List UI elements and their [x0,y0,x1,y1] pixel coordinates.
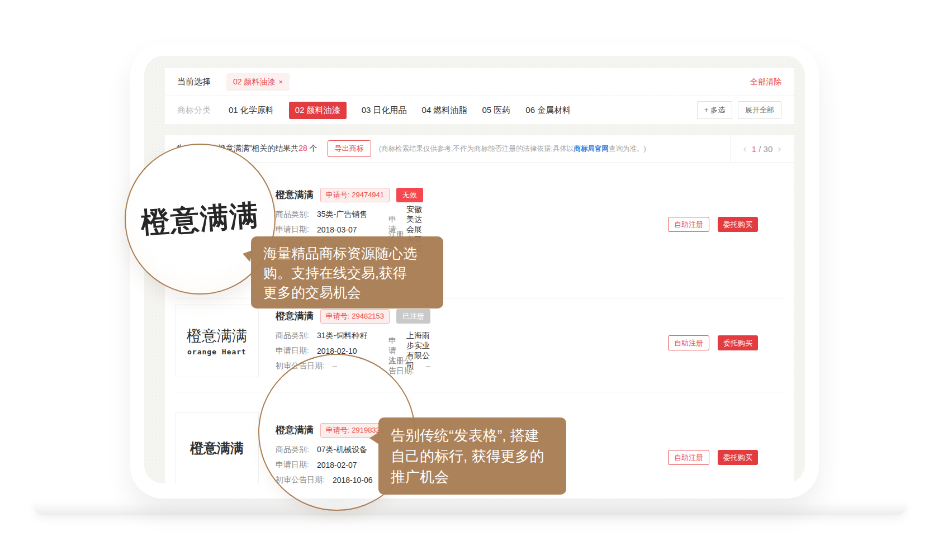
tab-category-05[interactable]: 05 医药 [482,105,510,116]
field-label: 商品类别: [276,331,309,341]
current-page: 1 [752,144,756,154]
result-actions-1: 自助注册 委托购买 [668,217,758,232]
result-row-2: 橙意满满 orange Heart 橙意满满 申请号: 29482153 已注册… [165,298,794,392]
trademark-mark-subtext: orange Heart [187,348,247,356]
field-label: 申请日期: [276,346,309,356]
field-value: 2018-03-07 [317,225,357,234]
result-title: 橙意满满 [276,188,314,201]
field-label: 注册公告日期: [388,356,418,376]
results-header: 为您检索到“橙意满满”相关的结果共28 个 导出商标 (商标检索结果仅供参考,不… [165,135,794,163]
prev-page-icon[interactable]: ‹ [743,144,747,154]
disclaimer-text-tail: 查询为准。) [609,145,646,153]
remove-filter-icon[interactable]: × [278,78,283,86]
trademark-mark-text: 橙意满满 [187,326,247,346]
self-register-button[interactable]: 自助注册 [668,450,709,465]
tooltip-line: 推广机会 [391,467,554,487]
category-row: 商标分类 01 化学原料 02 颜料油漆 03 日化用品 04 燃料油脂 05 … [165,96,794,124]
category-tabs: 01 化学原料 02 颜料油漆 03 日化用品 04 燃料油脂 05 医药 06… [229,102,571,119]
self-register-button[interactable]: 自助注册 [668,217,709,232]
magnified-mark-text: 橙意满满 [140,196,260,243]
expand-all-button[interactable]: 展开全部 [738,101,781,119]
tab-category-06[interactable]: 06 金属材料 [525,105,571,116]
field-value: – [426,362,430,371]
trademark-mark-text: 橙意满满 [190,439,244,457]
tab-category-02-selected[interactable]: 02 颜料油漆 [289,102,347,119]
selected-filter-chip-label: 02 颜料油漆 [233,77,275,87]
results-disclaimer: (商标检索结果仅供参考,不作为商标能否注册的法律依据;具体以商标局官网查询为准。… [379,144,646,154]
tooltip-promotion: 告别传统“发表格”, 搭建 自己的标行, 获得更多的 推广机会 [378,417,566,495]
disclaimer-text: (商标检索结果仅供参考,不作为商标能否注册的法律依据;具体以 [379,145,574,153]
current-selection-label: 当前选择 [177,77,211,87]
next-page-icon[interactable]: › [778,144,781,154]
self-register-button[interactable]: 自助注册 [668,335,709,350]
clear-all-button[interactable]: 全部清除 [750,77,781,87]
results-count: 28 [298,144,307,153]
status-badge-invalid: 无效 [396,188,423,202]
tab-category-01[interactable]: 01 化学原料 [229,105,274,116]
application-number-badge: 申请号: 29482153 [320,309,390,324]
field-value: 31类-饲料种籽 [317,331,367,341]
entrusted-purchase-button[interactable]: 委托购买 [718,450,758,465]
trademark-image-3: 橙意满满 [175,412,259,483]
status-badge-registered: 已注册 [396,309,430,324]
laptop-base [34,501,907,515]
tooltip-line: 海量精品商标资源随心选 [263,244,431,263]
category-label: 商标分类 [177,105,211,116]
result-title: 橙意满满 [276,310,314,322]
tab-category-03[interactable]: 03 日化用品 [362,105,407,116]
multi-select-button[interactable]: + 多选 [697,101,732,119]
results-summary-suffix: 个 [307,144,317,153]
category-actions: + 多选 展开全部 [697,101,781,119]
result-actions-3: 自助注册 委托购买 [668,450,758,465]
field-label: 申请日期: [276,225,309,235]
trademark-office-link[interactable]: 商标局官网 [573,145,609,153]
application-number-badge: 申请号: 29474941 [320,188,390,202]
tooltip-arrow [369,432,379,444]
tooltip-line: 告别传统“发表格”, 搭建 [391,425,554,446]
selected-filter-chip[interactable]: 02 颜料油漆 × [226,73,290,91]
tooltip-line: 购。支持在线交易,获得 [263,263,431,283]
entrusted-purchase-button[interactable]: 委托购买 [718,217,758,232]
result-actions-2: 自助注册 委托购买 [668,335,758,350]
trademark-search-screenshot: 当前选择 02 颜料油漆 × 全部清除 商标分类 01 化学原料 02 颜料油漆… [0,0,948,560]
filter-panel: 当前选择 02 颜料油漆 × 全部清除 商标分类 01 化学原料 02 颜料油漆… [165,68,794,124]
pagination: ‹ 1 / 30 › [730,135,794,162]
total-pages: 30 [764,144,773,154]
page-separator: / [759,144,761,154]
tooltip-marketplace: 海量精品商标资源随心选 购。支持在线交易,获得 更多的交易机会 [251,236,443,309]
entrusted-purchase-button[interactable]: 委托购买 [718,335,758,350]
current-selection-row: 当前选择 02 颜料油漆 × 全部清除 [165,68,794,96]
field-label: 商品类别: [276,210,309,220]
trademark-image-2: 橙意满满 orange Heart [175,305,259,377]
tab-category-04[interactable]: 04 燃料油脂 [422,105,467,116]
tooltip-line: 自己的标行, 获得更多的 [391,446,554,467]
tooltip-line: 更多的交易机会 [263,283,431,302]
field-value: 35类-广告销售 [317,210,367,220]
export-trademarks-button[interactable]: 导出商标 [328,140,371,157]
